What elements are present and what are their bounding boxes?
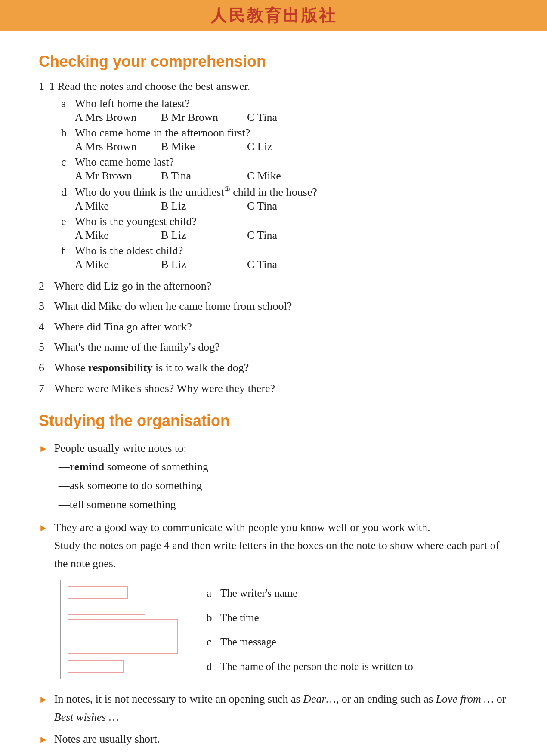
choice-b-C: C Liz (247, 140, 333, 153)
sub-letter-e: e (61, 215, 75, 228)
sub-questions: a Who left home the latest? A Mrs Brown … (61, 97, 508, 271)
choice-d-C: C Tina (247, 200, 333, 213)
bullet-3-italic2: Love from … (436, 693, 494, 705)
choice-e-C: C Tina (247, 229, 333, 242)
sub-q-d: d Who do you think is the untidiest① chi… (61, 185, 508, 213)
q3-text: What did Mike do when he came home from … (54, 297, 292, 315)
choice-a-C: C Tina (247, 111, 333, 124)
q6-bold: responsibility (88, 361, 153, 374)
dash-bold-remind: remind (70, 460, 104, 473)
note-label-c-text: The message (220, 633, 276, 651)
note-label-c: c The message (207, 633, 413, 651)
choice-b-A: A Mrs Brown (75, 140, 161, 153)
choice-c-A: A Mr Brown (75, 170, 161, 182)
note-box-1 (68, 586, 128, 599)
q5-text: What's the name of the family's dog? (54, 338, 220, 356)
q4-num: 4 (39, 318, 54, 336)
bullet-4: ► Notes are usually short. (39, 730, 508, 748)
q5-num: 5 (39, 338, 54, 356)
dash-remind: —remind someone of something (59, 457, 508, 476)
dash-tell: —tell someone something (59, 495, 508, 514)
q3-num: 3 (39, 297, 54, 315)
sub-q-a-text: Who left home the latest? (75, 97, 190, 110)
note-box-4 (68, 660, 124, 673)
bullet-3-italic3: Best wishes … (54, 711, 119, 723)
q5: 5 What's the name of the family's dog? (39, 338, 508, 356)
sub-letter-f: f (61, 244, 75, 257)
note-corner (173, 667, 185, 679)
sub-q-a: a Who left home the latest? A Mrs Brown … (61, 97, 508, 124)
q2-text: Where did Liz go in the afternoon? (54, 277, 211, 295)
dash-ask: —ask someone to do something (59, 476, 508, 495)
q2: 2 Where did Liz go in the afternoon? (39, 277, 508, 295)
numbered-questions: 2 Where did Liz go in the afternoon? 3 W… (39, 277, 508, 398)
sub-q-a-label: a Who left home the latest? (61, 97, 508, 110)
choice-e-A: A Mike (75, 229, 161, 242)
note-label-a-letter: a (207, 584, 217, 603)
sub-letter-a: a (61, 97, 75, 110)
bullet-1-main: People usually write notes to: (54, 442, 187, 454)
choice-a-B: B Mr Brown (161, 111, 247, 124)
q7-num: 7 (39, 380, 54, 398)
q4: 4 Where did Tina go after work? (39, 318, 508, 336)
sub-letter-c: c (61, 156, 75, 169)
sub-q-e-answers: A Mike B Liz C Tina (75, 229, 508, 242)
sub-letter-b: b (61, 127, 75, 139)
sub-q-d-label: d Who do you think is the untidiest① chi… (61, 185, 508, 199)
choice-f-B: B Liz (161, 258, 247, 271)
bullet-2-main: They are a good way to communicate with … (54, 521, 430, 534)
bullet-2-extra: Study the notes on page 4 and then write… (54, 539, 500, 570)
choice-a-A: A Mrs Brown (75, 111, 161, 124)
sub-q-e: e Who is the youngest child? A Mike B Li… (61, 215, 508, 242)
choice-c-B: B Tina (161, 170, 247, 182)
note-label-a-text: The writer's name (220, 584, 297, 603)
bullet-3-content: In notes, it is not necessary to write a… (54, 690, 508, 726)
sub-q-a-answers: A Mrs Brown B Mr Brown C Tina (75, 111, 508, 124)
note-label-d-text: The name of the person the note is writt… (220, 657, 413, 676)
q1-text: 1 Read the notes and choose the best ans… (49, 80, 250, 93)
note-box-3 (68, 619, 178, 654)
q6-text: Whose responsibility is it to walk the d… (54, 359, 249, 377)
section-organisation: Studying the organisation ► People usual… (39, 412, 508, 748)
choice-c-C: C Mike (247, 170, 333, 182)
bullet-3-italic1: Dear… (303, 693, 336, 705)
choice-f-A: A Mike (75, 258, 161, 271)
q7-text: Where were Mike's shoes? Why were they t… (54, 380, 275, 398)
note-label-b-letter: b (207, 609, 217, 627)
bullet-3-text: In notes, it is not necessary to write a… (54, 693, 506, 723)
header: 人民教育出版社 (0, 0, 547, 31)
q3: 3 What did Mike do when he came home fro… (39, 297, 508, 315)
section2-heading: Studying the organisation (39, 412, 508, 430)
section1-heading: Checking your comprehension (39, 52, 508, 71)
sup-symbol: ① (224, 185, 230, 193)
note-label-b: b The time (207, 609, 413, 627)
sub-q-e-label: e Who is the youngest child? (61, 215, 508, 228)
bullet-1-content: People usually write notes to: —remind s… (54, 439, 508, 514)
sub-q-c-answers: A Mr Brown B Tina C Mike (75, 170, 508, 182)
note-diagram (60, 580, 185, 679)
bullet-arrow-4: ► (39, 732, 48, 747)
sub-q-d-text: Who do you think is the untidiest① child… (75, 185, 317, 199)
bullet-arrow-1: ► (39, 441, 48, 456)
q6-num: 6 (39, 359, 54, 377)
note-label-d: d The name of the person the note is wri… (207, 657, 413, 676)
choice-b-B: B Mike (161, 140, 247, 153)
header-title: 人民教育出版社 (210, 5, 337, 27)
note-diagram-row: a The writer's name b The time c The mes… (60, 580, 508, 679)
sub-q-f-text: Who is the oldest child? (75, 244, 183, 257)
main-content: Checking your comprehension 1 1 Read the… (0, 31, 547, 756)
q4-text: Where did Tina go after work? (54, 318, 192, 336)
sub-letter-d: d (61, 186, 75, 199)
sub-q-f-label: f Who is the oldest child? (61, 244, 508, 257)
sub-q-b-text: Who came home in the afternoon first? (75, 127, 250, 139)
q6: 6 Whose responsibility is it to walk the… (39, 359, 508, 377)
sub-q-f: f Who is the oldest child? A Mike B Liz … (61, 244, 508, 271)
choice-d-A: A Mike (75, 200, 161, 213)
sub-q-b-label: b Who came home in the afternoon first? (61, 127, 508, 139)
bullet-4-content: Notes are usually short. (54, 730, 508, 748)
bullet-arrow-3: ► (39, 692, 48, 707)
note-label-b-text: The time (220, 609, 259, 627)
sub-q-d-answers: A Mike B Liz C Tina (75, 200, 508, 213)
q7: 7 Where were Mike's shoes? Why were they… (39, 380, 508, 398)
sub-q-e-text: Who is the youngest child? (75, 215, 197, 228)
